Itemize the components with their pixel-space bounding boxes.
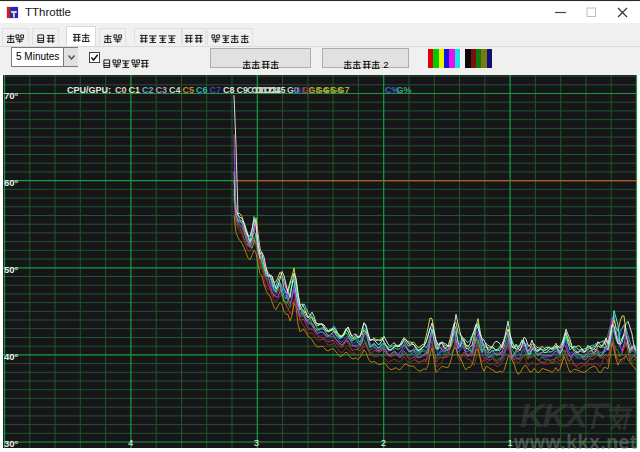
svg-text:www.kkx.net: www.kkx.net — [513, 431, 637, 452]
svg-text:3: 3 — [254, 437, 259, 448]
svg-text:2: 2 — [381, 437, 386, 448]
svg-text:40°: 40° — [4, 351, 19, 362]
svg-text:60°: 60° — [4, 177, 19, 188]
svg-text:1: 1 — [507, 437, 512, 448]
svg-text:30°: 30° — [4, 438, 19, 449]
svg-text:70°: 70° — [4, 90, 19, 101]
svg-text:4: 4 — [128, 437, 133, 448]
svg-text:50°: 50° — [4, 264, 19, 275]
svg-text:KKX: KKX — [520, 396, 590, 434]
